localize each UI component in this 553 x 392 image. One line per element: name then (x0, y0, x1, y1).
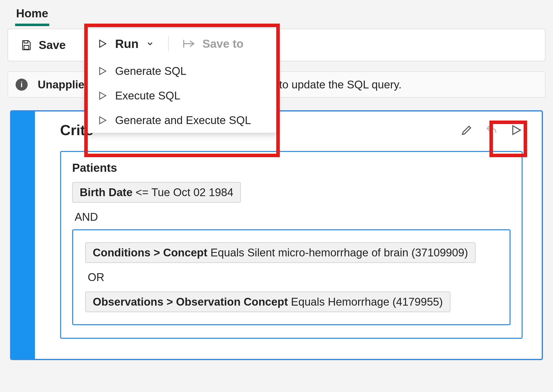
menu-generate-sql[interactable]: Generate SQL (86, 59, 276, 83)
play-icon (97, 66, 108, 76)
info-icon: i (16, 79, 28, 91)
svg-marker-11 (100, 117, 106, 124)
save-button[interactable]: Save (21, 38, 66, 52)
observations-chip[interactable]: Observations > Observation Concept Equal… (85, 292, 450, 312)
undo-icon (485, 124, 498, 137)
svg-marker-9 (100, 68, 106, 75)
menu-generate-sql-label: Generate SQL (115, 65, 187, 77)
birthdate-chip[interactable]: Birth Date <= Tue Oct 02 1984 (72, 182, 241, 203)
tab-home[interactable]: Home (15, 3, 49, 26)
run-dropdown: Run Save to Generate SQL (86, 28, 277, 133)
play-icon (97, 115, 108, 126)
save-icon (21, 39, 32, 51)
svg-rect-1 (24, 45, 29, 49)
criteria-card: Crite (10, 110, 543, 360)
app-root: Home Save Run (0, 0, 553, 392)
birthdate-value: Tue Oct 02 1984 (151, 186, 233, 198)
dropdown-separator (168, 36, 169, 51)
query-inner: Conditions > Concept Equals Silent micro… (72, 229, 511, 325)
criteria-stripe (11, 111, 35, 359)
criteria-body: Crite (35, 111, 542, 359)
run-dropdown-header[interactable]: Run Save to (86, 29, 276, 59)
play-icon (97, 38, 108, 49)
save-to-header-disabled: Save to (182, 37, 244, 50)
pencil-icon[interactable] (460, 124, 473, 137)
menu-execute-sql-label: Execute SQL (115, 89, 180, 102)
tab-bar: Home (0, 0, 553, 26)
conditions-op: Equals (210, 246, 244, 259)
save-label: Save (39, 38, 66, 52)
conditions-path: Conditions > Concept (93, 246, 207, 259)
run-criteria-play-icon[interactable] (510, 124, 523, 137)
conditions-chip[interactable]: Conditions > Concept Equals Silent micro… (85, 242, 476, 263)
play-icon (97, 90, 108, 101)
menu-execute-sql[interactable]: Execute SQL (86, 83, 276, 108)
svg-marker-5 (513, 126, 520, 134)
chevron-down-icon (146, 40, 154, 48)
and-label: AND (75, 211, 511, 223)
birthdate-op: <= (135, 186, 148, 198)
observations-op: Equals (291, 296, 325, 308)
svg-marker-10 (100, 92, 106, 99)
info-text-suffix: L to update the SQL query. (270, 78, 402, 91)
patients-label: Patients (72, 161, 511, 175)
birthdate-field: Birth Date (80, 186, 132, 198)
save-to-header-label: Save to (202, 37, 244, 50)
menu-generate-execute-sql-label: Generate and Execute SQL (115, 114, 251, 127)
svg-rect-0 (24, 41, 28, 43)
svg-marker-6 (100, 40, 106, 47)
criteria-wrapper: Crite (8, 108, 545, 363)
criteria-tools (460, 124, 523, 137)
info-text-prefix: Unapplie (38, 78, 84, 91)
run-dropdown-run-label: Run (115, 37, 139, 51)
query-outer: Patients Birth Date <= Tue Oct 02 1984 A… (60, 151, 523, 339)
observations-path: Observations > Observation Concept (93, 296, 288, 308)
conditions-value: Silent micro-hemorrhage of brain (371099… (247, 246, 468, 259)
or-label: OR (88, 271, 497, 284)
menu-generate-execute-sql[interactable]: Generate and Execute SQL (86, 108, 276, 133)
observations-value: Hemorrhage (4179955) (328, 296, 443, 308)
